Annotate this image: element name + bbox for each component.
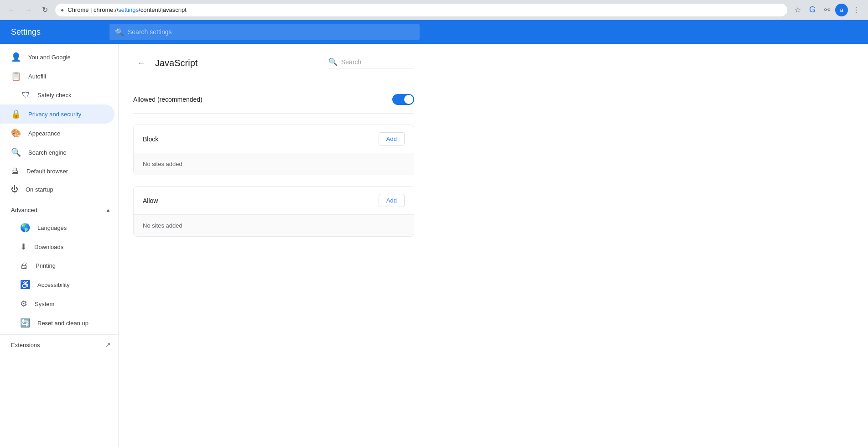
browser-chrome: ← → ↻ ● Chrome | chrome://settings/conte… [0,0,868,20]
sidebar-label-search-engine: Search engine [28,149,67,156]
page-search-icon: 🔍 [328,57,338,66]
external-link-icon: ↗ [105,341,111,348]
allowed-label: Allowed (recommended) [133,96,203,103]
settings-app: Settings 🔍 👤 You and Google 📋 Autofill 🛡… [0,20,868,447]
sidebar-item-safety-check[interactable]: 🛡 Safety check [0,86,114,104]
block-add-button[interactable]: Add [379,132,405,146]
sidebar-divider-2 [0,334,118,335]
languages-icon: 🌎 [20,223,30,233]
page-title: JavaScript [155,58,198,68]
search-icon: 🔍 [115,28,124,36]
star-button[interactable]: ☆ [791,4,804,16]
settings-title: Settings [11,27,102,37]
sidebar-label-printing: Printing [36,262,56,269]
allow-section: Allow Add No sites added [133,186,414,237]
javascript-settings-page: ← JavaScript 🔍 Allowed (recommended) [119,44,429,259]
menu-button[interactable]: ⋮ [850,4,863,16]
block-no-sites: No sites added [134,153,414,175]
sidebar-item-you-and-google[interactable]: 👤 You and Google [0,47,114,67]
sidebar-label-default-browser: Default browser [26,168,68,175]
reset-icon: 🔄 [20,318,30,328]
address-text: Chrome | chrome://settings/content/javas… [68,6,187,13]
page-header-left: ← JavaScript [133,55,198,71]
sidebar-label-safety-check: Safety check [37,92,71,99]
address-bar[interactable]: ● Chrome | chrome://settings/content/jav… [55,3,788,17]
back-button[interactable]: ← [133,55,150,71]
lock-icon: 🔒 [11,109,21,119]
sidebar-item-accessibility[interactable]: ♿ Accessibility [0,275,114,294]
toggle-knob [404,95,413,104]
reload-button[interactable]: ↻ [38,4,51,16]
allow-section-block: Allow Add No sites added [133,186,414,237]
sidebar-label-languages: Languages [37,224,67,231]
page-search[interactable]: 🔍 [328,57,414,68]
google-account-button[interactable]: G [806,4,819,16]
sidebar-label-downloads: Downloads [34,244,63,250]
shield-icon: 🛡 [22,90,30,100]
sidebar-item-downloads[interactable]: ⬇ Downloads [0,237,114,256]
advanced-section-header[interactable]: Advanced ▲ [0,202,118,218]
search-bar[interactable]: 🔍 [109,24,420,40]
site-icon: ● [61,7,64,13]
sidebar-divider [0,200,118,200]
allowed-setting-row: Allowed (recommended) [133,86,414,114]
appearance-icon: 🎨 [11,128,21,138]
sidebar-item-privacy-and-security[interactable]: 🔒 Privacy and security [0,104,114,124]
forward-button[interactable]: → [22,4,35,16]
settings-body: 👤 You and Google 📋 Autofill 🛡 Safety che… [0,44,868,447]
sidebar-item-default-browser[interactable]: 🖶 Default browser [0,162,114,181]
sidebar-label-system: System [35,301,54,307]
back-button[interactable]: ← [5,4,18,16]
block-section-header: Block Add [134,125,414,153]
sidebar-item-search-engine[interactable]: 🔍 Search engine [0,143,114,162]
person-icon: 👤 [11,52,21,62]
default-browser-icon: 🖶 [11,166,19,176]
advanced-label: Advanced [11,207,37,213]
printing-icon: 🖨 [20,261,28,270]
system-icon: ⚙ [20,299,27,309]
downloads-icon: ⬇ [20,242,27,252]
sidebar-label-accessibility: Accessibility [37,281,70,288]
sidebar-item-languages[interactable]: 🌎 Languages [0,218,114,237]
sidebar-item-extensions[interactable]: Extensions ↗ [0,337,118,353]
page-header: ← JavaScript 🔍 [133,55,414,75]
accessibility-icon: ♿ [20,280,30,290]
block-title: Block [143,135,158,143]
sidebar-item-printing[interactable]: 🖨 Printing [0,256,114,275]
sidebar-label-autofill: Autofill [28,73,46,80]
page-search-input[interactable] [341,58,414,66]
extensions-button[interactable]: ⚯ [821,4,833,16]
sidebar: 👤 You and Google 📋 Autofill 🛡 Safety che… [0,44,119,447]
block-section: Block Add No sites added [133,125,414,175]
browser-actions: ☆ G ⚯ a ⋮ [791,4,863,16]
sidebar-label-on-startup: On startup [26,186,53,193]
sidebar-label-appearance: Appearance [28,130,60,137]
sidebar-label-extensions: Extensions [11,342,40,348]
block-section-block: Block Add No sites added [133,125,414,175]
main-content: ← JavaScript 🔍 Allowed (recommended) [119,44,868,447]
sidebar-item-system[interactable]: ⚙ System [0,294,114,313]
autofill-icon: 📋 [11,71,21,81]
settings-header: Settings 🔍 [0,20,868,44]
profile-button[interactable]: a [835,4,848,16]
sidebar-item-reset-and-clean-up[interactable]: 🔄 Reset and clean up [0,313,114,333]
search-engine-icon: 🔍 [11,147,21,157]
allowed-toggle[interactable] [392,94,414,105]
chevron-up-icon: ▲ [105,207,111,213]
startup-icon: ⏻ [11,185,18,193]
sidebar-label-reset: Reset and clean up [37,320,88,327]
sidebar-label-you-and-google: You and Google [28,54,71,61]
allow-title: Allow [143,197,158,204]
sidebar-item-on-startup[interactable]: ⏻ On startup [0,181,114,198]
allow-section-header: Allow Add [134,187,414,214]
allow-add-button[interactable]: Add [379,194,405,207]
sidebar-item-autofill[interactable]: 📋 Autofill [0,67,114,86]
allow-no-sites: No sites added [134,214,414,236]
search-input[interactable] [128,28,414,36]
sidebar-label-privacy-and-security: Privacy and security [28,111,81,118]
sidebar-item-appearance[interactable]: 🎨 Appearance [0,124,114,143]
